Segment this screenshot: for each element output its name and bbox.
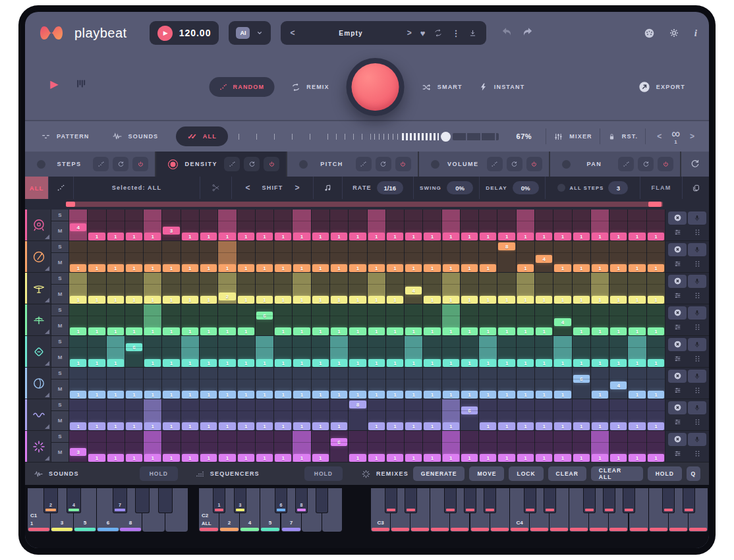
instant-button[interactable]: INSTANT	[479, 82, 525, 92]
step-density-value[interactable]: 1	[182, 296, 198, 304]
step-density-value[interactable]: 1	[200, 327, 217, 335]
step-density-value[interactable]: 1	[498, 391, 515, 399]
step-cell[interactable]: 1	[553, 273, 571, 304]
step-cell[interactable]: 1	[125, 210, 143, 240]
step-density-value[interactable]: 1	[88, 359, 105, 367]
step-cell[interactable]: 1	[88, 273, 105, 304]
step-cell[interactable]: 1	[162, 241, 180, 272]
step-cell[interactable]: 1	[218, 399, 236, 430]
step-density-value[interactable]: 1	[573, 454, 590, 462]
step-cell[interactable]: 1	[69, 304, 87, 335]
step-density-value[interactable]: 1	[387, 359, 403, 367]
step-cell[interactable]: 1	[591, 210, 609, 240]
step-cell[interactable]: 1	[647, 210, 665, 240]
step-cell[interactable]: 1	[312, 336, 329, 367]
step-density-value[interactable]: 1	[592, 296, 608, 304]
step-cell[interactable]: 1	[88, 304, 105, 335]
step-cell[interactable]: 1	[423, 241, 441, 272]
step-cell[interactable]: 1	[330, 241, 348, 272]
step-cell[interactable]: 1	[423, 368, 441, 399]
step-cell[interactable]: 3	[69, 431, 87, 462]
step-density-value[interactable]: 8	[498, 242, 515, 250]
track-settings-button[interactable]	[668, 352, 687, 366]
step-density-value[interactable]: 1	[554, 391, 571, 399]
step-cell[interactable]: 1	[553, 431, 571, 462]
step-density-value[interactable]: 1	[88, 327, 105, 335]
step-cell[interactable]: 1	[274, 399, 292, 430]
step-density-value[interactable]: 1	[387, 327, 403, 335]
step-density-value[interactable]: 1	[610, 264, 627, 272]
step-density-value[interactable]: 1	[461, 327, 478, 335]
step-density-value[interactable]: 1	[349, 296, 366, 304]
step-density-value[interactable]: 1	[293, 359, 310, 367]
gear-icon[interactable]	[669, 28, 679, 38]
step-density-value[interactable]: 1	[312, 327, 329, 335]
step-cell[interactable]: 1	[125, 304, 143, 335]
step-cell[interactable]: 1	[88, 336, 105, 367]
track-drag-handle[interactable]	[688, 226, 706, 239]
step-density-value[interactable]: 1	[219, 233, 235, 240]
step-cell[interactable]: 4	[609, 368, 627, 399]
step-density-value[interactable]: 1	[126, 391, 142, 399]
track-settings-button[interactable]	[668, 258, 687, 271]
hold-button[interactable]: HOLD	[648, 466, 682, 481]
step-cell[interactable]: 1	[256, 431, 273, 462]
play-icon[interactable]: ▶	[157, 26, 173, 41]
step-density-value[interactable]: 1	[107, 327, 124, 335]
step-density-value[interactable]: 1	[592, 391, 608, 399]
preset-prev-button[interactable]: <	[290, 28, 295, 38]
step-density-value[interactable]: 1	[368, 391, 385, 399]
track-instrument-button[interactable]	[25, 304, 51, 335]
step-cell[interactable]: 1	[107, 210, 125, 240]
step-cell[interactable]: 1	[274, 431, 292, 462]
step-density-value[interactable]: 1	[312, 454, 329, 462]
mute-button[interactable]: M	[51, 379, 69, 399]
step-cell[interactable]: 4	[69, 210, 87, 240]
track-clear-button[interactable]	[668, 243, 687, 256]
rate-value[interactable]: 1/16	[377, 181, 403, 194]
move-button[interactable]: MOVE	[469, 466, 504, 481]
step-cell[interactable]: 1	[200, 336, 217, 367]
step-density-value[interactable]: 2	[219, 293, 235, 300]
step-density-value[interactable]: 1	[238, 233, 254, 240]
sequencers-section-toggle[interactable]: SEQUENCERS	[195, 469, 260, 479]
step-cell[interactable]: 1	[461, 336, 478, 367]
step-cell[interactable]: 1	[628, 336, 646, 367]
step-density-value[interactable]: 1	[70, 296, 86, 304]
step-density-value[interactable]: 1	[256, 233, 273, 240]
density-slider[interactable]	[239, 129, 499, 144]
step-density-value[interactable]: 1	[573, 264, 590, 272]
step-cell[interactable]: 1	[591, 336, 609, 367]
step-cell[interactable]: 1	[591, 273, 609, 304]
step-density-value[interactable]: 1	[312, 391, 329, 399]
black-key[interactable]	[603, 488, 615, 513]
midi-icon[interactable]	[644, 28, 655, 39]
step-cell[interactable]: 1	[386, 241, 404, 272]
step-cell[interactable]: 1	[591, 241, 609, 272]
step-cell[interactable]: 6	[256, 304, 273, 335]
step-cell[interactable]: 1	[330, 304, 348, 335]
step-cell[interactable]: 1	[535, 304, 553, 335]
step-cell[interactable]: 1	[405, 241, 422, 272]
step-cell[interactable]: 1	[535, 273, 553, 304]
step-cell[interactable]: 1	[442, 336, 460, 367]
step-density-value[interactable]: 1	[331, 422, 347, 430]
step-density-value[interactable]: 1	[554, 359, 571, 367]
step-cell[interactable]: 1	[647, 399, 665, 430]
piano-roll-icon[interactable]	[75, 78, 87, 92]
black-key[interactable]	[158, 488, 173, 513]
mute-button[interactable]: M	[51, 285, 69, 304]
step-density-value[interactable]: 1	[275, 296, 291, 304]
step-cell[interactable]: 1	[553, 241, 571, 272]
step-density-value[interactable]: 1	[554, 264, 571, 272]
step-density-value[interactable]: 1	[238, 391, 254, 399]
step-cell[interactable]: 1	[107, 336, 125, 367]
step-cell[interactable]: 1	[628, 273, 646, 304]
step-density-value[interactable]: 1	[480, 359, 496, 367]
select-all-button[interactable]: ✓✓ ALL	[176, 126, 228, 146]
step-cell[interactable]: 1	[237, 399, 255, 430]
step-density-value[interactable]: 1	[107, 422, 124, 430]
step-density-value[interactable]: 1	[349, 327, 366, 335]
step-cell[interactable]: 1	[162, 336, 180, 367]
step-density-value[interactable]: 1	[405, 327, 422, 335]
